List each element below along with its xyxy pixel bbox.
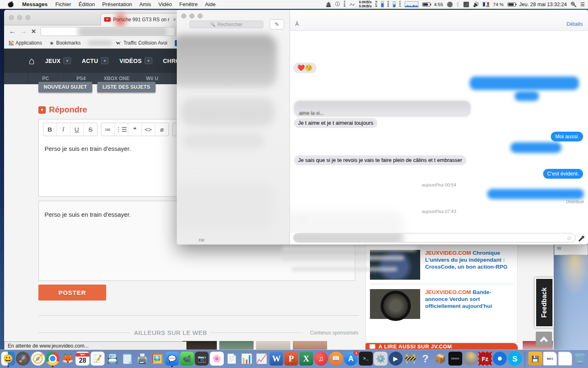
battery-monitor-icon[interactable] (422, 2, 430, 7)
bookmark-bookmarks[interactable]: ★ Bookmarks (49, 40, 86, 46)
dock-photos-icon[interactable]: 🌸 (210, 352, 224, 366)
close-window-button[interactable] (181, 13, 186, 18)
back-button[interactable]: ← (9, 27, 16, 36)
sponsored-thumb[interactable] (219, 341, 254, 350)
dock-calendar-icon[interactable]: MAI28 (76, 352, 89, 366)
cpu-graph-icon[interactable] (405, 1, 419, 7)
dock-safari-icon[interactable]: 🧭 (31, 352, 45, 366)
collapse-chevron-icon[interactable]: ▼ (38, 106, 46, 114)
dock-1password-icon[interactable] (493, 352, 507, 366)
spoiler-eye-button[interactable]: ø (155, 123, 169, 136)
menu-aide[interactable]: Aide (201, 1, 219, 7)
dock-trash-icon[interactable]: 🗑️ (573, 352, 587, 366)
nav-jeux[interactable]: JEUX ▼ (45, 57, 71, 64)
dock-keynote-icon[interactable]: 📈 (254, 352, 268, 366)
bold-button[interactable]: B (43, 123, 57, 136)
dock-installer-icon[interactable]: 📦 (433, 352, 447, 366)
bluetooth-icon[interactable]: ᛒ (457, 2, 459, 7)
nav-videos[interactable]: VIDÉOS ▼ (119, 57, 152, 64)
close-window-button[interactable] (9, 15, 14, 20)
details-link[interactable]: Détails (566, 21, 583, 27)
strikethrough-button[interactable]: S (84, 123, 97, 136)
menu-presentation[interactable]: Présentation (98, 1, 136, 7)
dock-unknown-app-icon[interactable]: ? (419, 352, 432, 366)
dictation-mic-icon[interactable]: 🎤 (578, 236, 585, 242)
notification-bell-icon[interactable]: 🔔 (325, 2, 332, 7)
bullet-list-button[interactable]: ≔ (101, 123, 115, 136)
dock-xbmc-icon[interactable]: xbmc (448, 352, 462, 366)
compose-button[interactable]: ✎ (270, 19, 284, 29)
italic-button[interactable]: I (57, 123, 70, 136)
dock-word-icon[interactable]: W (270, 352, 283, 366)
article-thumbnail[interactable] (370, 289, 420, 319)
dock-launchpad-icon[interactable]: 🚀 (16, 352, 30, 366)
dock-textedit-icon[interactable]: 📝 (91, 352, 105, 366)
network-speeds[interactable]: 0.0KB/s0.0KB/s (359, 0, 372, 8)
keyboard-layout-flag-icon[interactable]: 123 (483, 2, 489, 7)
menu-edition[interactable]: Édition (75, 1, 98, 7)
numbered-list-button[interactable]: ⋮☰ (115, 123, 128, 136)
dock-external-drive-icon[interactable]: 💾 (528, 352, 542, 366)
dock-preview-icon[interactable]: 🖼️ (150, 352, 164, 366)
dock-mkv-file-icon[interactable]: MKV (543, 352, 557, 366)
menu-video[interactable]: Vidéo (155, 1, 176, 7)
bookmark-wikipedia[interactable]: W Traffic Collision Avoi (115, 40, 172, 46)
scroll-to-top-button[interactable] (536, 332, 552, 346)
article-crosscode[interactable]: JEUXVIDEO.COM Chronique L'univers du jeu… (370, 248, 513, 284)
new-topic-button[interactable]: NOUVEAU SUJET (38, 82, 92, 92)
post-button[interactable]: POSTER (38, 285, 106, 301)
minimize-window-button[interactable] (17, 15, 22, 20)
app-menu-title[interactable]: Messages (18, 1, 51, 7)
menu-fenetre[interactable]: Fenêtre (176, 1, 201, 7)
info-circle-icon[interactable]: ⓘ (335, 1, 340, 8)
dock-filezilla-icon[interactable]: Fz (478, 352, 492, 366)
time-machine-icon[interactable]: 🕓 (447, 2, 453, 7)
browser-tab-porsche[interactable]: Porsche 991 GT3 RS on ro × (100, 13, 180, 25)
quote-button[interactable]: ❝ (128, 123, 142, 136)
menu-fichier[interactable]: Fichier (51, 1, 75, 7)
dock-finder-icon[interactable]: 😀 (1, 352, 15, 366)
sponsored-thumb[interactable] (183, 341, 217, 350)
dock-itunes-icon[interactable]: ♫ (314, 352, 328, 366)
dock-numbers-icon[interactable]: 📊 (240, 352, 254, 366)
menu-amis[interactable]: Amis (136, 1, 155, 7)
forward-button[interactable]: → (20, 27, 27, 36)
memory-monitor-label[interactable]: MEM (375, 1, 377, 8)
volume-icon[interactable]: 🔊 (473, 2, 479, 7)
memory-bar-icon[interactable] (381, 1, 384, 7)
dock-system-preferences-icon[interactable]: ⚙️ (374, 352, 388, 366)
emoji-picker-icon[interactable]: ☺ (566, 235, 572, 241)
dock-mplayerx-icon[interactable]: ▶ (389, 352, 403, 366)
menubar-clock[interactable]: Jeu. 28 mai 13:32:24 (519, 2, 567, 7)
message-input[interactable]: Message ☺ (293, 233, 576, 242)
home-icon[interactable]: ⌂ (29, 56, 35, 66)
dock-messages-icon[interactable]: 💬 (165, 352, 179, 366)
minimize-window-button[interactable] (189, 13, 194, 18)
search-input[interactable]: 🔍 Rechercher (189, 20, 263, 28)
dock-document-file-icon[interactable] (558, 352, 572, 366)
feedback-tab[interactable]: Feedback (535, 278, 554, 328)
chevron-down-icon[interactable]: ▼ (101, 57, 109, 64)
dock-powerpoint-icon[interactable]: P (284, 352, 298, 366)
topic-list-button[interactable]: LISTE DES SUJETS (97, 82, 156, 92)
wifi-icon[interactable]: 📶 (463, 2, 469, 7)
network-monitor-label[interactable]: SEN (344, 1, 345, 8)
nav-actu[interactable]: ACTU ▼ (82, 57, 109, 64)
dock-pages-icon[interactable]: 📄 (225, 352, 238, 366)
chevron-down-icon[interactable]: ▼ (63, 57, 71, 64)
disk-monitor-label[interactable]: HDD (388, 1, 389, 8)
battery-icon[interactable] (508, 2, 516, 7)
sponsored-thumb[interactable] (256, 341, 290, 350)
code-button[interactable]: <> (142, 123, 155, 136)
dock-facetime-icon[interactable]: 📹 (180, 352, 194, 366)
notification-center-icon[interactable]: ☰ (580, 2, 585, 7)
sponsored-thumbnails[interactable] (183, 341, 327, 350)
apple-menu-icon[interactable]: 🍎 (3, 1, 18, 7)
stop-loading-button[interactable]: ✕ (31, 28, 36, 35)
dock-ibooks-icon[interactable]: 📖 (329, 352, 343, 366)
article-verdun[interactable]: JEUXVIDEO.COM Bande-annonce Verdun sort … (370, 284, 513, 323)
underline-button[interactable]: U (70, 123, 84, 136)
chevron-down-icon[interactable]: ▼ (145, 57, 152, 64)
dock-firefox-icon[interactable]: 🦊 (61, 352, 75, 366)
zoom-window-button[interactable] (198, 13, 203, 18)
